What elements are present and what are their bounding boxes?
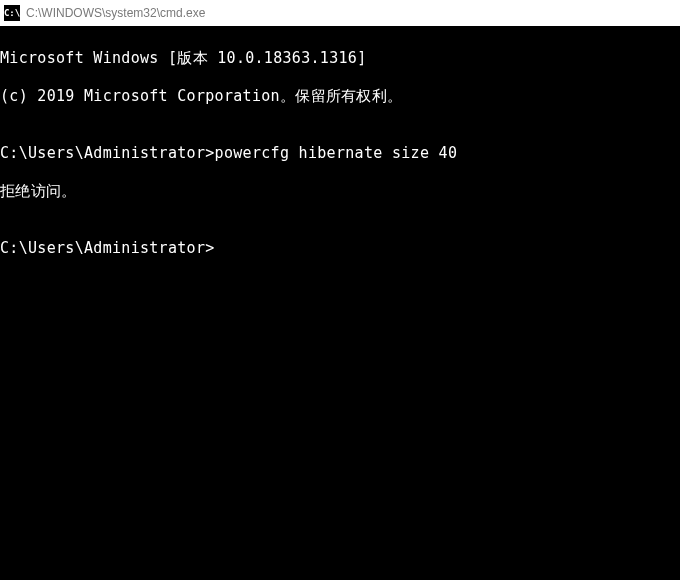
response-line: 拒绝访问。: [0, 182, 680, 201]
copyright-line: (c) 2019 Microsoft Corporation。保留所有权利。: [0, 87, 680, 106]
window-titlebar[interactable]: C:\ C:\WINDOWS\system32\cmd.exe: [0, 0, 680, 26]
prompt-path: C:\Users\Administrator>: [0, 239, 215, 258]
window-title: C:\WINDOWS\system32\cmd.exe: [26, 6, 205, 20]
prompt-path: C:\Users\Administrator>: [0, 144, 215, 163]
cmd-icon-text: C:\: [4, 8, 20, 18]
prompt-line-1: C:\Users\Administrator>powercfg hibernat…: [0, 144, 680, 163]
command-text: powercfg hibernate size 40: [215, 144, 458, 163]
prompt-line-2[interactable]: C:\Users\Administrator>: [0, 239, 680, 258]
cmd-icon: C:\: [4, 5, 20, 21]
terminal-area[interactable]: Microsoft Windows [版本 10.0.18363.1316] (…: [0, 26, 680, 580]
version-line: Microsoft Windows [版本 10.0.18363.1316]: [0, 49, 680, 68]
